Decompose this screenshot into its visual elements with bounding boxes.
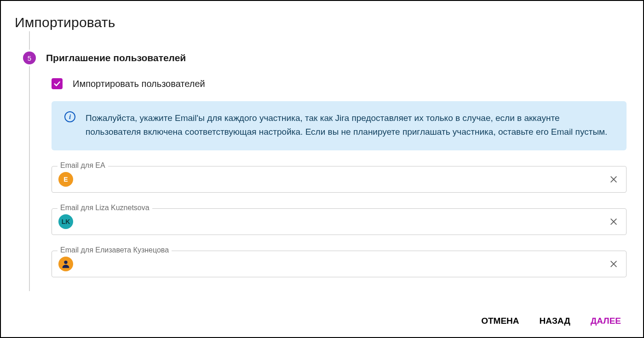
step-header: 5 Приглашение пользователей	[23, 35, 627, 64]
checkmark-icon	[53, 80, 61, 88]
dialog-title: Импортировать	[15, 15, 627, 30]
close-icon	[609, 175, 618, 184]
field-label: Email для EA	[58, 161, 108, 170]
import-users-checkbox-label: Импортировать пользователей	[73, 79, 205, 89]
import-users-checkbox[interactable]	[52, 78, 63, 89]
email-input[interactable]	[79, 174, 608, 184]
email-input[interactable]	[79, 217, 608, 227]
import-dialog: Импортировать 5 Приглашение пользователе…	[1, 1, 643, 337]
close-icon	[609, 259, 618, 269]
step-number-badge: 5	[23, 52, 36, 64]
step-label: Приглашение пользователей	[46, 52, 186, 63]
avatar: E	[58, 172, 73, 187]
close-icon	[609, 217, 618, 226]
person-icon	[61, 259, 71, 269]
back-button[interactable]: НАЗАД	[538, 313, 572, 329]
next-button[interactable]: ДАЛЕЕ	[589, 313, 623, 329]
info-text: Пожалуйста, укажите Email'ы для каждого …	[86, 111, 614, 139]
step-connector-bottom	[29, 63, 30, 291]
avatar: LK	[58, 214, 73, 229]
info-banner: i Пожалуйста, укажите Email'ы для каждог…	[52, 101, 627, 150]
email-field-elizaveta: Email для Елизавета Кузнецова	[52, 251, 627, 277]
email-field-ea: Email для EA E	[52, 166, 627, 193]
clear-button[interactable]	[608, 216, 620, 228]
import-users-checkbox-row: Импортировать пользователей	[52, 78, 627, 89]
stepper: 5 Приглашение пользователей Импортироват…	[23, 35, 627, 291]
email-input[interactable]	[79, 259, 608, 269]
clear-button[interactable]	[608, 258, 620, 270]
info-icon: i	[64, 111, 75, 122]
dialog-footer: ОТМЕНА НАЗАД ДАЛЕЕ	[15, 307, 627, 337]
field-label: Email для Liza Kuznetsova	[58, 204, 152, 212]
step-body: Импортировать пользователей i Пожалуйста…	[52, 64, 627, 291]
svg-point-4	[64, 260, 67, 264]
field-label: Email для Елизавета Кузнецова	[58, 246, 172, 254]
avatar	[58, 257, 73, 271]
email-field-liza: Email для Liza Kuznetsova LK	[52, 208, 627, 235]
clear-button[interactable]	[608, 173, 620, 185]
cancel-button[interactable]: ОТМЕНА	[479, 313, 521, 329]
